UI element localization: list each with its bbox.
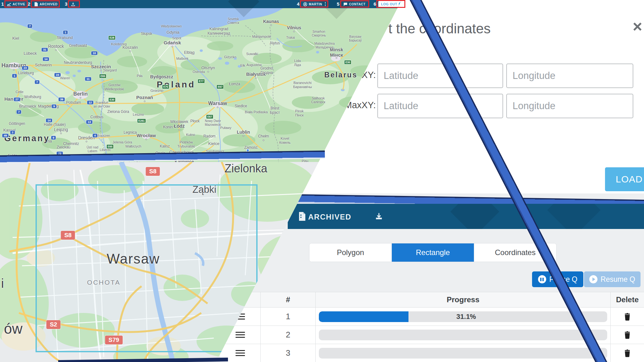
road-shield-E77: E77 bbox=[197, 79, 205, 83]
map-label: Lida Ліда bbox=[294, 59, 301, 67]
map-label: Belarus bbox=[324, 71, 357, 79]
minxy-longitude-placeholder: Longitude bbox=[513, 70, 555, 81]
road-shield-23: 23 bbox=[22, 66, 29, 70]
annotation-number-1: 1 bbox=[1, 1, 4, 7]
map-label: Brunswick bbox=[19, 104, 36, 109]
map-label: Gniezno bbox=[151, 89, 164, 93]
download-icon[interactable] bbox=[375, 212, 383, 222]
map-label: Olsztyn bbox=[201, 66, 215, 70]
annotation-box-6 bbox=[376, 0, 405, 8]
map-label: Giżycko bbox=[224, 55, 236, 59]
progress-percentage-label: 31.1% bbox=[319, 313, 613, 321]
map-label: Minsk Мінск bbox=[330, 47, 343, 58]
annotation-number-5: 5 bbox=[337, 1, 339, 7]
map-label: Biała Podlaska bbox=[245, 110, 268, 114]
map-label: Waren bbox=[60, 76, 70, 80]
trash-icon[interactable] bbox=[624, 331, 631, 339]
map-label: Stralsund bbox=[57, 36, 73, 40]
map-label: Puławy bbox=[220, 126, 231, 130]
progress-bar bbox=[319, 330, 607, 340]
maxxy-longitude-input[interactable]: Longitude bbox=[506, 94, 633, 118]
map-label: Płock bbox=[190, 119, 199, 124]
road-shield-E67: E67 bbox=[216, 85, 224, 89]
drag-handle-icon[interactable] bbox=[236, 350, 245, 356]
road-shield-1: 1 bbox=[12, 74, 17, 78]
map-label: Radom bbox=[203, 134, 216, 139]
map-label: Wrocław bbox=[136, 133, 156, 138]
city-dot bbox=[55, 49, 57, 51]
tab-rectangle[interactable]: Rectangle bbox=[391, 243, 474, 262]
resume-queue-button[interactable]: Resume Q bbox=[584, 271, 641, 287]
minxy-latitude-placeholder: Latitude bbox=[384, 70, 418, 81]
queue-table-header: # Progress Delete bbox=[220, 292, 644, 308]
trash-icon[interactable] bbox=[624, 349, 631, 357]
minxy-latitude-input[interactable]: Latitude bbox=[377, 64, 503, 88]
road-shield-E65: E65 bbox=[106, 144, 114, 149]
annotation-number-6: 6 bbox=[374, 1, 376, 7]
trash-icon[interactable] bbox=[624, 313, 631, 321]
map-label: Łódź bbox=[174, 123, 185, 129]
close-icon[interactable]: × bbox=[633, 18, 642, 35]
pause-icon bbox=[538, 275, 546, 283]
map-label: Augustów bbox=[247, 63, 262, 67]
map-label: Berlin bbox=[73, 91, 87, 97]
map-label: Trakai bbox=[286, 36, 295, 40]
map-label: Rostock bbox=[48, 44, 64, 49]
map-label: Zielonka bbox=[225, 162, 267, 175]
map-label: Kovel Ковель bbox=[279, 136, 291, 144]
map-label: Kutno bbox=[186, 133, 195, 137]
map-label: Koszalin bbox=[122, 45, 138, 50]
map-label: Warsaw bbox=[208, 101, 227, 106]
tab-polygon[interactable]: Polygon bbox=[309, 243, 391, 262]
map-label: ów bbox=[4, 320, 23, 337]
map-label: Ełk bbox=[240, 64, 245, 68]
map-label: Legnica bbox=[124, 131, 137, 135]
map-label: Kaunas bbox=[263, 19, 279, 24]
queue-table-row: 3 bbox=[220, 344, 644, 362]
map-label: Salihorsk Салігорск bbox=[311, 97, 325, 104]
city-dot bbox=[100, 70, 102, 71]
maxxy-latitude-placeholder: Latitude bbox=[384, 100, 418, 112]
road-shield-9: 9 bbox=[51, 104, 57, 109]
city-dot bbox=[255, 77, 257, 79]
city-dot bbox=[13, 69, 15, 71]
progress-bar bbox=[319, 348, 607, 359]
annotation-box-4 bbox=[300, 0, 328, 8]
annotation-box-1 bbox=[4, 0, 28, 8]
map-label: Chemnitz bbox=[63, 142, 79, 146]
city-dot bbox=[293, 31, 295, 32]
map-label: Maladzyechna Маладзечна bbox=[314, 42, 335, 49]
resume-queue-label: Resume Q bbox=[601, 275, 635, 284]
header-number: # bbox=[260, 292, 315, 307]
city-dot bbox=[263, 140, 264, 141]
map-label: Gdynia bbox=[166, 30, 179, 35]
load-button[interactable]: LOAD bbox=[605, 167, 644, 191]
city-dot bbox=[179, 129, 180, 131]
map-label: Göttingen bbox=[9, 122, 25, 126]
road-shield-E261: E261 bbox=[137, 119, 146, 123]
map-label: Lüneburg bbox=[18, 71, 34, 75]
map-label: Vilnius bbox=[287, 25, 301, 30]
city-dot bbox=[130, 51, 131, 52]
map-label: Germany bbox=[4, 134, 50, 143]
map-label: OCHOTA bbox=[87, 279, 120, 286]
map-label: Ząbki bbox=[192, 184, 216, 195]
map-label: Sopot bbox=[172, 36, 181, 40]
map-label: Stargard bbox=[103, 68, 117, 72]
road-shield-S79: S79 bbox=[105, 336, 123, 344]
road-shield-E67: E67 bbox=[206, 114, 213, 119]
map-label: Suwałki bbox=[246, 52, 258, 56]
minxy-longitude-input[interactable]: Longitude bbox=[506, 64, 633, 88]
drag-handle-icon[interactable] bbox=[236, 332, 245, 338]
city-dot bbox=[60, 133, 62, 134]
annotation-number-4: 4 bbox=[297, 1, 299, 7]
city-dot bbox=[80, 97, 81, 99]
maxxy-latitude-input[interactable]: Latitude bbox=[377, 94, 503, 118]
map-label: Siedlce bbox=[235, 104, 247, 109]
map-label: Łomża bbox=[229, 82, 240, 86]
city-dot bbox=[144, 101, 146, 102]
city-dot bbox=[146, 139, 147, 140]
row-number: 3 bbox=[260, 344, 315, 362]
row-number: 1 bbox=[260, 308, 315, 326]
map-label: Lübeck bbox=[24, 51, 37, 56]
